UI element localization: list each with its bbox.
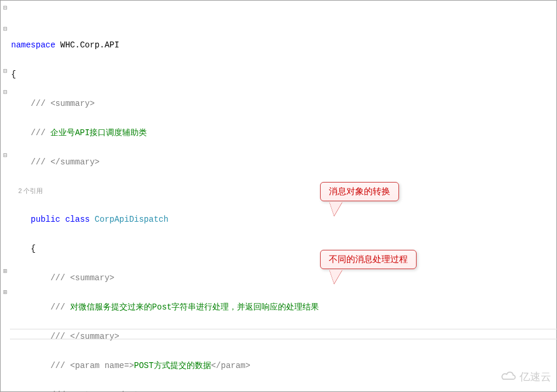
fold-toggle-method-doc[interactable]: ⊟ bbox=[1, 87, 10, 97]
fold-toggle-region1[interactable]: ⊞ bbox=[1, 266, 10, 276]
annotation-callout-2: 不同的消息处理过程 bbox=[320, 250, 417, 269]
namespace-name: WHC.Corp.API bbox=[56, 40, 119, 50]
class-doc-text: 企业号API接口调度辅助类 bbox=[50, 128, 147, 137]
folding-gutter: ⊟ ⊟ ⊟ ⊟ ⊟ ⊞ ⊞ bbox=[1, 1, 10, 391]
callout-tail-icon bbox=[329, 202, 342, 216]
fold-toggle-class[interactable]: ⊟ bbox=[1, 66, 10, 76]
xml-doc: /// </summary> bbox=[31, 157, 100, 167]
annotation-callout-1: 消息对象的转换 bbox=[320, 182, 399, 201]
xml-doc-param-close: </param> bbox=[211, 361, 250, 370]
watermark-text: 亿速云 bbox=[520, 370, 551, 384]
method-doc-text: 对微信服务提交过来的Post字符串进行处理，并返回响应的处理结果 bbox=[70, 302, 319, 312]
xml-doc: /// bbox=[31, 128, 51, 137]
keyword-class: class bbox=[65, 215, 90, 224]
class-name: CorpApiDispatch bbox=[95, 215, 169, 224]
param-doc-text: POST方式提交的数据 bbox=[134, 361, 211, 370]
callout-tail-icon bbox=[329, 270, 342, 284]
code-editor: ⊟ ⊟ ⊟ ⊟ ⊟ ⊞ ⊞ names bbox=[0, 0, 557, 392]
fold-toggle-method[interactable]: ⊟ bbox=[1, 150, 10, 160]
watermark: 亿速云 bbox=[501, 370, 551, 384]
codelens-reference[interactable]: 2 个引用 bbox=[18, 187, 43, 194]
xml-doc: /// </summary> bbox=[50, 332, 119, 341]
fold-toggle-summary[interactable]: ⊟ bbox=[1, 23, 10, 34]
xml-doc: /// bbox=[50, 302, 70, 312]
keyword-namespace: namespace bbox=[11, 40, 56, 50]
fold-toggle-region2[interactable]: ⊞ bbox=[1, 287, 10, 297]
keyword-public: public bbox=[31, 215, 60, 224]
brace-open: { bbox=[31, 244, 36, 253]
xml-doc: /// <summary> bbox=[31, 99, 95, 108]
code-text-area[interactable]: namespace WHC.Corp.API { /// <summary> /… bbox=[10, 1, 557, 391]
xml-doc: /// <summary> bbox=[50, 273, 114, 283]
fold-toggle-namespace[interactable]: ⊟ bbox=[1, 2, 10, 13]
brace-open: { bbox=[11, 69, 557, 80]
cloud-icon bbox=[501, 371, 517, 383]
xml-doc-param: /// <param name=> bbox=[50, 361, 134, 370]
